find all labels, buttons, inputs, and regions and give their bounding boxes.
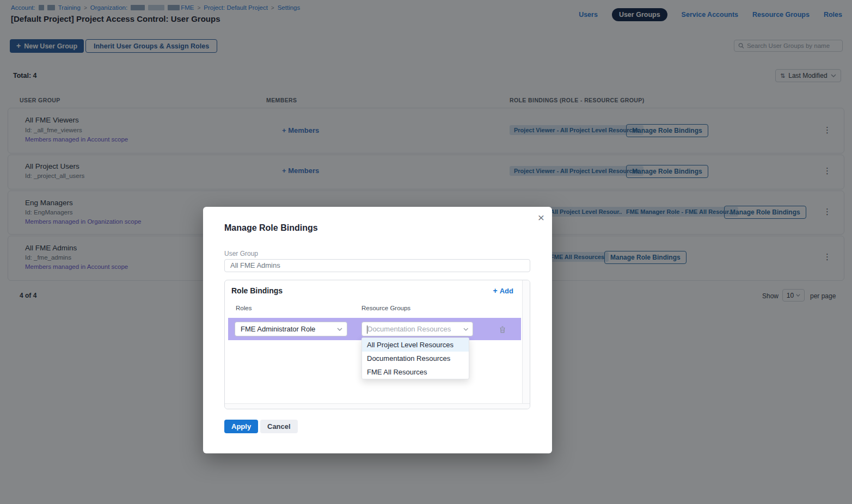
cancel-button[interactable]: Cancel (260, 420, 298, 433)
trash-icon (499, 325, 506, 334)
plus-icon (493, 287, 498, 295)
option-all-project-level-resources[interactable]: All Project Level Resources (362, 338, 469, 352)
user-group-field-label: User Group (224, 250, 258, 257)
manage-role-bindings-modal: Manage Role Bindings User Group All FME … (203, 207, 552, 453)
chevron-down-icon (463, 328, 468, 331)
delete-role-binding-button[interactable] (498, 324, 507, 336)
panel-scrollbar-horizontal[interactable] (225, 403, 530, 409)
modal-title: Manage Role Bindings (224, 223, 318, 233)
user-group-field: All FME Admins (224, 259, 530, 272)
role-select-value: FME Administrator Role (241, 325, 315, 333)
add-role-binding-button[interactable]: Add (493, 287, 513, 295)
add-label: Add (500, 287, 513, 295)
resource-group-input[interactable] (367, 325, 463, 333)
panel-scrollbar-vertical[interactable] (522, 280, 530, 403)
option-documentation-resources[interactable]: Documentation Resources (362, 352, 469, 365)
role-bindings-panel: Role Bindings Add Roles Resource Groups … (224, 280, 530, 409)
close-icon[interactable] (538, 211, 544, 224)
page: Account: Training > Organization: FME > … (0, 0, 852, 504)
option-fme-all-resources[interactable]: FME All Resources (362, 365, 469, 379)
resource-groups-column-label: Resource Groups (361, 305, 410, 311)
resource-group-combobox[interactable] (361, 322, 473, 336)
chevron-down-icon (337, 328, 342, 331)
resource-group-options: All Project Level Resources Documentatio… (361, 337, 469, 379)
apply-button[interactable]: Apply (224, 420, 258, 433)
role-select[interactable]: FME Administrator Role (235, 322, 347, 336)
text-cursor (367, 325, 367, 334)
roles-column-label: Roles (236, 305, 252, 311)
role-bindings-panel-title: Role Bindings (231, 286, 283, 295)
